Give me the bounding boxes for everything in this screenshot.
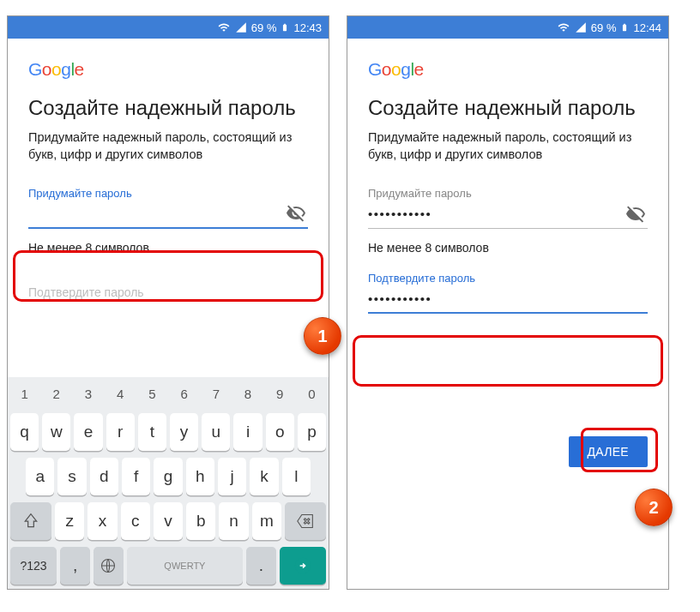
password-hint: Не менее 8 символов [368, 241, 648, 255]
globe-icon [100, 557, 117, 574]
key-g[interactable]: g [154, 458, 182, 495]
clock: 12:43 [293, 21, 322, 34]
key-a[interactable]: a [26, 458, 54, 495]
annotation-marker-1: 1 [304, 317, 341, 355]
backspace-icon [297, 513, 314, 530]
key-b[interactable]: b [186, 502, 215, 540]
toggle-visibility-button[interactable] [624, 202, 648, 226]
google-logo: Google [368, 59, 648, 80]
toggle-visibility-button[interactable] [284, 201, 308, 225]
confirm-label-partial: Подтвердите пароль [28, 285, 308, 299]
eye-off-icon [286, 203, 306, 224]
password-field-block: Придумайте пароль [368, 187, 648, 229]
annotation-marker-2: 2 [635, 489, 673, 526]
key-c[interactable]: c [121, 502, 150, 540]
key-i[interactable]: i [233, 413, 262, 451]
key-j[interactable]: j [218, 458, 246, 495]
key-comma[interactable]: , [60, 547, 90, 585]
annotation-highlight-2 [353, 335, 663, 387]
page-title: Создайте надежный пароль [28, 95, 308, 121]
key-backspace[interactable] [285, 502, 326, 540]
key-shift[interactable] [10, 502, 51, 540]
confirm-input[interactable] [368, 291, 648, 306]
wifi-icon [557, 21, 570, 33]
key-z[interactable]: z [55, 502, 84, 540]
key-y[interactable]: y [170, 413, 198, 451]
keyboard: 1 2 3 4 5 6 7 8 9 0 q w e r t y u i o p … [8, 377, 329, 589]
key-m[interactable]: m [252, 502, 281, 540]
battery-text: 69 % [251, 21, 277, 34]
keyboard-row-numbers: 1 2 3 4 5 6 7 8 9 0 [10, 381, 326, 406]
key-9[interactable]: 9 [266, 381, 294, 406]
battery-text: 69 % [591, 21, 617, 34]
signal-icon [235, 21, 247, 33]
key-q[interactable]: q [10, 413, 39, 451]
key-6[interactable]: 6 [170, 381, 198, 406]
arrow-right-icon [294, 557, 311, 574]
status-bar: 69 % 12:44 [347, 16, 668, 39]
key-space[interactable]: QWERTY [127, 547, 243, 585]
key-e[interactable]: e [74, 413, 102, 451]
shift-icon [22, 513, 39, 530]
phone-screenshot-right: 69 % 12:44 Google Создайте надежный паро… [347, 15, 669, 590]
key-8[interactable]: 8 [233, 381, 262, 406]
phone-screenshot-left: 69 % 12:43 Google Создайте надежный паро… [7, 15, 329, 590]
keyboard-row-4: ?123 , QWERTY . [10, 547, 326, 585]
battery-icon [620, 21, 629, 34]
key-x[interactable]: x [88, 502, 117, 540]
wifi-icon [217, 21, 231, 33]
key-1[interactable]: 1 [10, 381, 39, 406]
key-h[interactable]: h [186, 458, 214, 495]
page-subtitle: Придумайте надежный пароль, состоящий из… [28, 129, 308, 163]
confirm-label: Подтвердите пароль [368, 272, 648, 285]
key-f[interactable]: f [122, 458, 150, 495]
google-logo: Google [28, 59, 308, 80]
keyboard-row-3: z x c v b n m [10, 502, 326, 540]
password-row [28, 200, 308, 229]
key-lang[interactable] [94, 547, 124, 585]
clock: 12:44 [633, 21, 661, 34]
key-symbols[interactable]: ?123 [10, 547, 57, 585]
key-7[interactable]: 7 [202, 381, 230, 406]
content-area: Google Создайте надежный пароль Придумай… [8, 39, 329, 299]
password-input[interactable] [28, 207, 284, 221]
page-title: Создайте надежный пароль [368, 95, 648, 121]
key-r[interactable]: r [106, 413, 135, 451]
password-row [368, 200, 648, 229]
confirm-field-block: Подтвердите пароль [368, 272, 648, 314]
key-d[interactable]: d [90, 458, 118, 495]
key-0[interactable]: 0 [298, 381, 326, 406]
battery-icon [281, 21, 289, 34]
key-5[interactable]: 5 [138, 381, 166, 406]
key-4[interactable]: 4 [106, 381, 135, 406]
key-u[interactable]: u [202, 413, 230, 451]
password-hint: Не менее 8 символов [28, 241, 308, 255]
password-input[interactable] [368, 207, 624, 221]
key-enter[interactable] [280, 547, 326, 585]
eye-off-icon [625, 204, 646, 225]
status-bar: 69 % 12:43 [8, 16, 329, 39]
content-area: Google Создайте надежный пароль Придумай… [347, 39, 668, 314]
password-label: Придумайте пароль [368, 187, 648, 200]
page-subtitle: Придумайте надежный пароль, состоящий из… [368, 129, 648, 163]
password-label: Придумайте пароль [28, 187, 308, 200]
keyboard-row-2: a s d f g h j k l [10, 458, 326, 495]
key-n[interactable]: n [219, 502, 248, 540]
confirm-row [368, 285, 648, 314]
key-k[interactable]: k [250, 458, 278, 495]
key-l[interactable]: l [282, 458, 311, 495]
key-2[interactable]: 2 [42, 381, 70, 406]
signal-icon [575, 21, 587, 33]
key-period[interactable]: . [246, 547, 276, 585]
key-w[interactable]: w [42, 413, 70, 451]
key-t[interactable]: t [138, 413, 166, 451]
key-v[interactable]: v [154, 502, 183, 540]
key-3[interactable]: 3 [74, 381, 102, 406]
key-o[interactable]: o [266, 413, 294, 451]
keyboard-row-1: q w e r t y u i o p [10, 413, 326, 451]
key-s[interactable]: s [57, 458, 86, 495]
next-button[interactable]: ДАЛЕЕ [569, 436, 649, 467]
password-field-block: Придумайте пароль [28, 187, 308, 229]
key-p[interactable]: p [298, 413, 326, 451]
